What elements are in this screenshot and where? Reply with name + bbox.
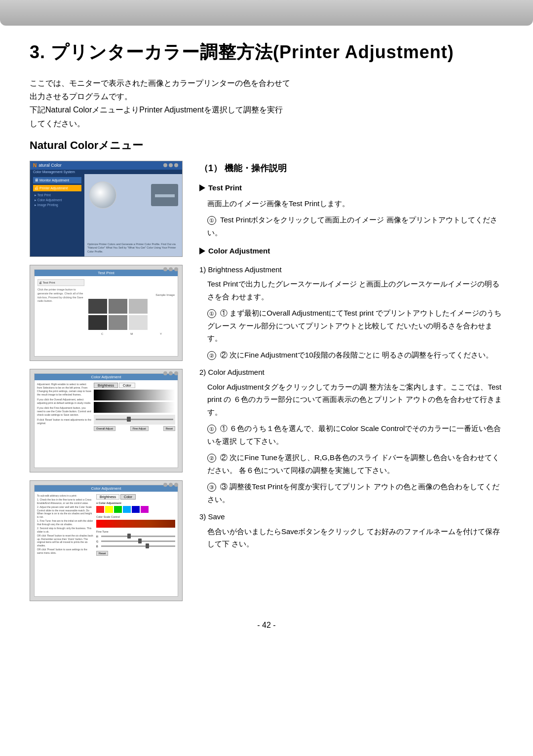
dot-1 (163, 163, 167, 167)
color-sub-label: 2) Color Adjustment (199, 366, 503, 379)
ss3-fine-btn[interactable]: Fine Adjust (130, 426, 149, 431)
ss4-color-scale-label: Color Scale Control (96, 515, 175, 518)
ss3-slider-area (94, 415, 175, 425)
ss1-paper (155, 194, 175, 197)
ss1-body: 🖥 Monitor Adjustment 🖨 Printer Adjustmen… (30, 174, 182, 257)
ss4-g-thumb[interactable] (138, 539, 142, 543)
ss1-printer-shape (151, 184, 178, 206)
test-print-title: Test Print (199, 181, 503, 194)
ss4-r-track (101, 536, 175, 537)
ss3-gradient-overall (94, 390, 175, 400)
ss4-r-thumb[interactable] (127, 534, 131, 539)
ss4-b-thumb[interactable] (146, 543, 149, 548)
ss1-title: atural Color (38, 163, 62, 168)
label-m: M (130, 332, 133, 335)
ss4-tabs: Brightness Color (96, 494, 175, 500)
swatch-yellow[interactable] (105, 506, 113, 513)
sw-light2 (129, 315, 148, 330)
swatch-cyan[interactable] (123, 506, 131, 513)
ss1-desc-text: Optimize Printer Colors and Generate a P… (87, 243, 179, 253)
ss4-title: Color Adjustment (35, 485, 178, 492)
ss3-title: Color Adjustment (35, 374, 178, 380)
ss4-g-label: G (96, 540, 100, 543)
ss1-color-adj: ▸ Color Adjustment (33, 198, 81, 203)
ss2-title: Test Print (35, 270, 178, 276)
color-adj-title: Color Adjustment (199, 245, 503, 257)
ss2-body: 🖨 Test Print Click the printer image but… (35, 276, 178, 353)
dot-6 (174, 267, 178, 271)
intro-line3: 下記Natural ColorメニューよりPrinter Adjustmentを… (30, 106, 283, 114)
ss2-labels: C M Y (88, 332, 175, 335)
ss3-gradient-fine (94, 402, 175, 413)
ss3-tabs: Brightness Color (94, 383, 175, 388)
ss1-test-print: ▸ Test Print (33, 193, 81, 198)
ss3-overall-btn[interactable]: Overall Adjust (94, 426, 115, 431)
ss4-r-label: R (96, 535, 100, 538)
circle-5: ② (207, 454, 216, 463)
ss3-slider-thumb[interactable] (127, 417, 131, 422)
ss4-tab-color[interactable]: Color (120, 494, 136, 500)
ss4-slider-g: G (96, 540, 175, 543)
save-desc: 色合いが合いましたらSaveボタンをクリックし てお好みのファイルネームを付けて… (207, 525, 503, 550)
sw-dark2 (88, 315, 107, 330)
dot-5 (169, 267, 173, 271)
ss2-row2 (88, 315, 175, 330)
ss1-monitor-adj: 🖥 Monitor Adjustment (33, 177, 81, 183)
screenshot-4: Color Adjustment To sub-edit arbitrary c… (30, 480, 183, 601)
ss4-b-label: B (96, 545, 100, 548)
swatch-green[interactable] (114, 506, 122, 513)
ss2-button-area: 🖨 Test Print (38, 279, 84, 286)
triangle-icon-2 (199, 248, 205, 254)
swatch-blue[interactable] (132, 506, 140, 513)
ss3-tab-color[interactable]: Color (119, 383, 135, 388)
ss1-circle (89, 181, 116, 209)
ss3-buttons: Overall Adjust Fine Adjust Reset (94, 426, 175, 431)
triangle-icon-1 (199, 184, 205, 191)
ss1-header: N atural Color (30, 161, 182, 170)
ss4-bottom-buttons: Reset (96, 551, 175, 556)
sw-mid2 (109, 315, 127, 330)
intro-line1: ここでは、モニターで表示された画像とカラープリンターの色を合わせて (30, 79, 290, 87)
ss3-slider-track (96, 419, 173, 420)
intro-line2: 出力させるプログラムです。 (30, 92, 132, 101)
ss4-color-adj-label: ● Color Adjustment (96, 502, 175, 504)
test-print-step1-text: Test Printボタンをクリックして画面上のイメージ 画像をプリントアウトし… (207, 216, 497, 237)
ss4-g-track (101, 540, 175, 542)
ss2-instructions: 🖨 Test Print Click the printer image but… (38, 279, 84, 350)
dot-8 (169, 371, 173, 375)
top-bar (0, 0, 533, 26)
ss3-tab-brightness[interactable]: Brightness (94, 383, 118, 388)
ss4-reset-btn[interactable]: Reset (96, 551, 108, 556)
screenshots-column: N atural Color Color Management System 🖥… (30, 161, 188, 601)
color-step1-text: ① ６色のうち１色を選んで、最初にColor Scale Controlでそのカ… (207, 424, 501, 445)
swatch-magenta[interactable] (141, 506, 149, 513)
ss3-reset-btn[interactable]: Reset (163, 426, 175, 431)
screenshot-3: Color Adjustment Adjustment: Right-enabl… (30, 369, 183, 472)
ss4-color-scale-bar (96, 520, 175, 528)
color-step3-text: ③ 調整後Test Printを何度か実行してプリント アウトの色と画像の色合わ… (207, 482, 499, 504)
page-number: - 42 - (30, 621, 503, 630)
dot-10 (163, 483, 167, 487)
test-print-desc: 画面上のイメージ画像をTest Printします。 (207, 197, 503, 210)
sw-light1 (129, 299, 148, 314)
dot-12 (174, 483, 178, 487)
ss4-color-swatches (96, 506, 175, 513)
ss2-inner: Test Print 🖨 Test Print Click the printe… (34, 269, 178, 357)
ss1-logo: N (33, 163, 37, 168)
brightness-step2: ② ② 次にFine Adjustmentで10段階の各段階ごとに 明るさの調整… (207, 349, 503, 361)
swatch-red[interactable] (96, 506, 104, 513)
color-adj-desc: Color Adjustmentタグをクリックしてカラーの調 整方法をご案内しま… (207, 381, 503, 419)
color-step2: ② ② 次にFine Tuneを選択し、R,G,B各色のスライ ドバーを調整し色… (207, 451, 503, 476)
ss2-sample-label: Sample Image (88, 293, 175, 296)
label-c: C (101, 332, 103, 335)
ss1-main-area: Optimize Printer Colors and Generate a P… (84, 174, 182, 257)
ss4-inner: Color Adjustment To sub-edit arbitrary c… (34, 485, 178, 597)
ss3-inner: Color Adjustment Adjustment: Right-enabl… (34, 373, 178, 468)
dot-2 (169, 163, 173, 167)
color-step2-text: ② 次にFine Tuneを選択し、R,G,B各色のスライ ドバーを調整し色合い… (207, 453, 499, 474)
ss4-tab-brightness[interactable]: Brightness (96, 494, 119, 500)
instructions-column: （1） 機能・操作説明 Test Print 画面上のイメージ画像をTest P… (199, 161, 503, 554)
ss1-sidebar: 🖥 Monitor Adjustment 🖨 Printer Adjustmen… (30, 174, 84, 257)
color-step3: ③ ③ 調整後Test Printを何度か実行してプリント アウトの色と画像の色… (207, 480, 503, 505)
ss1-subtitle: Color Management System (30, 170, 182, 174)
